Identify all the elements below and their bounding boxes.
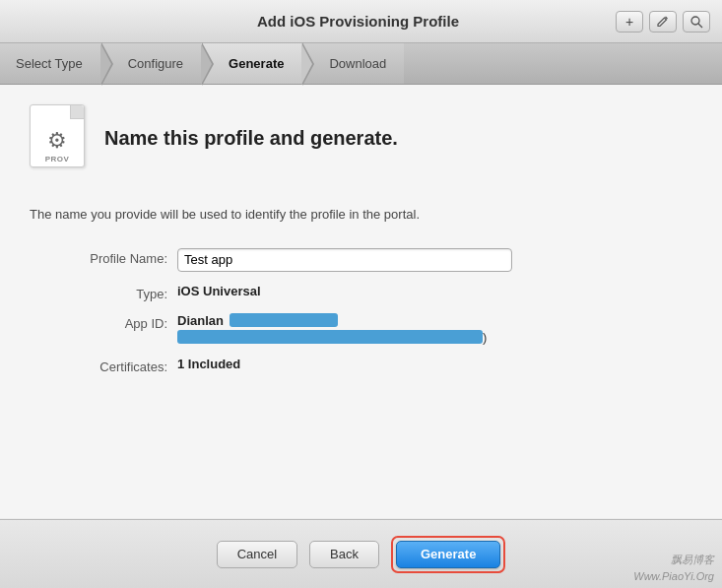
app-id-blurred-part1 xyxy=(230,313,338,327)
search-button[interactable] xyxy=(683,11,710,33)
app-id-name: Dianlan xyxy=(177,313,224,328)
profile-name-label: Profile Name: xyxy=(49,248,177,266)
step-download[interactable]: Download xyxy=(301,43,404,84)
title-bar: Add iOS Provisioning Profile + xyxy=(0,0,722,43)
certificates-row: Certificates: 1 Included xyxy=(49,357,692,374)
form-section: Profile Name: Type: iOS Universal App ID… xyxy=(49,248,692,374)
certificates-label: Certificates: xyxy=(49,357,177,374)
steps-bar: Select Type Configure Generate Download xyxy=(0,43,722,85)
app-id-label: App ID: xyxy=(49,313,177,331)
profile-name-input[interactable] xyxy=(177,248,512,272)
profile-name-row: Profile Name: xyxy=(49,248,692,272)
prov-file-icon: ⚙ PROV xyxy=(30,104,89,171)
page-title: Name this profile and generate. xyxy=(104,127,398,150)
generate-button[interactable]: Generate xyxy=(396,541,500,568)
cancel-button[interactable]: Cancel xyxy=(217,541,297,568)
edit-button[interactable] xyxy=(649,11,677,33)
step-select-type[interactable]: Select Type xyxy=(0,43,100,84)
main-content: ⚙ PROV Name this profile and generate. T… xyxy=(0,85,722,518)
add-button[interactable]: + xyxy=(616,11,643,33)
svg-line-1 xyxy=(698,24,702,28)
app-id-blurred-part2 xyxy=(177,330,483,344)
app-id-value: Dianlan ) xyxy=(177,313,487,345)
watermark: 飘易博客 Www.PiaoYi.Org xyxy=(633,552,714,584)
back-button[interactable]: Back xyxy=(309,541,379,568)
type-value: iOS Universal xyxy=(177,284,261,298)
profile-header: ⚙ PROV Name this profile and generate. xyxy=(30,104,692,181)
step-configure[interactable]: Configure xyxy=(100,43,201,84)
footer: Cancel Back Generate xyxy=(0,519,722,588)
type-label: Type: xyxy=(49,284,177,301)
generate-button-wrapper: Generate xyxy=(391,536,505,573)
type-row: Type: iOS Universal xyxy=(49,284,692,301)
step-generate[interactable]: Generate xyxy=(201,43,301,84)
window-title: Add iOS Provisioning Profile xyxy=(100,13,616,30)
description-text: The name you provide will be used to ide… xyxy=(30,205,692,225)
title-bar-buttons: + xyxy=(616,11,710,33)
svg-point-0 xyxy=(691,17,699,25)
certificates-value: 1 Included xyxy=(177,357,240,371)
app-id-row: App ID: Dianlan ) xyxy=(49,313,692,345)
